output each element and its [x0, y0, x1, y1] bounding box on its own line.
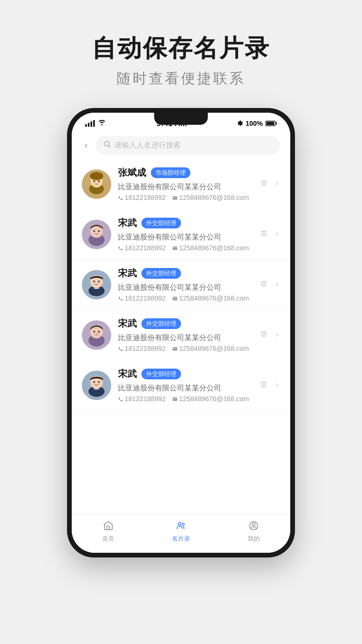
svg-point-16: [94, 280, 95, 282]
arrow-right-button[interactable]: [274, 179, 280, 189]
delete-button[interactable]: [260, 179, 267, 189]
home-tab-icon: [103, 520, 114, 533]
notch: [154, 113, 208, 125]
bluetooth-icon: ✱: [237, 119, 243, 127]
contact-email: 1258489676@168.com: [172, 194, 249, 202]
svg-point-23: [98, 331, 100, 332]
svg-rect-29: [94, 389, 99, 389]
svg-point-11: [94, 230, 95, 232]
battery-percent: 100%: [246, 120, 263, 127]
tab-bar: 首页 名片录 我的: [72, 515, 290, 553]
contact-tag: 外交部经理: [141, 318, 181, 329]
contact-actions: [260, 279, 280, 290]
arrow-right-button[interactable]: [274, 229, 280, 239]
contact-info: 宋武 外交部经理 比亚迪股份有限公司某某分公司 18122188992 1258…: [118, 267, 253, 302]
search-input-wrap[interactable]: 请输入人名进行搜索: [96, 136, 280, 154]
phone-screen: 9:41 AM ✱ 100% ‹ 请输入人名进行搜索: [72, 113, 290, 553]
contact-name-row: 宋武 外交部经理: [118, 217, 253, 229]
arrow-right-button[interactable]: [274, 380, 280, 390]
contact-tag: 市场部经理: [151, 167, 190, 178]
contact-name-row: 张斌成 市场部经理: [118, 166, 253, 179]
contact-name: 宋武: [118, 267, 137, 280]
svg-point-31: [178, 523, 181, 525]
search-icon: [104, 141, 111, 150]
phone-icon: [118, 195, 123, 201]
home-tab-label: 首页: [102, 535, 114, 543]
phone-icon: [118, 246, 123, 251]
contact-item[interactable]: 宋武 外交部经理 比亚迪股份有限公司某某分公司 18122188992 1258…: [72, 260, 290, 310]
contact-actions: [260, 380, 280, 390]
contact-item[interactable]: 宋武 外交部经理 比亚迪股份有限公司某某分公司 18122188992 1258…: [72, 310, 290, 360]
back-button[interactable]: ‹: [82, 139, 90, 152]
contact-name: 宋武: [118, 368, 137, 380]
contact-info: 宋武 外交部经理 比亚迪股份有限公司某某分公司 18122188992 1258…: [118, 368, 253, 403]
arrow-right-button[interactable]: [274, 330, 280, 340]
contact-tag: 外交部经理: [141, 268, 181, 279]
contact-info: 张斌成 市场部经理 比亚迪股份有限公司某某分公司 18122188992 125…: [118, 166, 253, 202]
battery-icon: [265, 121, 277, 126]
search-bar[interactable]: ‹ 请输入人名进行搜索: [72, 131, 290, 159]
svg-point-17: [98, 280, 100, 282]
signal-icon: [85, 120, 95, 127]
contact-details: 18122188992 1258489676@168.com: [118, 294, 253, 302]
svg-point-6: [94, 180, 95, 182]
email-icon: [172, 296, 178, 301]
contacts-tab-icon: [176, 520, 186, 533]
svg-point-28: [98, 381, 100, 383]
contact-company: 比亚迪股份有限公司某某分公司: [118, 232, 253, 242]
contact-actions: [260, 179, 280, 189]
svg-point-22: [94, 331, 95, 332]
svg-rect-18: [94, 288, 99, 289]
svg-point-5: [90, 172, 103, 180]
contact-phone: 18122188992: [118, 194, 166, 202]
delete-button[interactable]: [260, 380, 267, 390]
contact-email: 1258489676@168.com: [172, 395, 249, 403]
contact-item[interactable]: 张斌成 市场部经理 比亚迪股份有限公司某某分公司 18122188992 125…: [72, 159, 290, 209]
contact-company: 比亚迪股份有限公司某某分公司: [118, 383, 253, 393]
phone-icon: [118, 396, 123, 402]
svg-line-1: [109, 146, 111, 148]
svg-rect-30: [107, 526, 110, 530]
contact-email: 1258489676@168.com: [172, 294, 249, 302]
contact-email: 1258489676@168.com: [172, 345, 249, 353]
contact-name: 张斌成: [118, 166, 146, 179]
contact-name-row: 宋武 外交部经理: [118, 317, 253, 330]
arrow-right-button[interactable]: [274, 279, 280, 290]
tab-home[interactable]: 首页: [72, 520, 144, 543]
contact-avatar: [82, 169, 111, 199]
contact-company: 比亚迪股份有限公司某某分公司: [118, 333, 253, 343]
contact-name: 宋武: [118, 217, 137, 229]
delete-button[interactable]: [260, 229, 267, 239]
contacts-tab-label: 名片录: [172, 535, 190, 543]
contact-company: 比亚迪股份有限公司某某分公司: [118, 282, 253, 292]
contact-phone: 18122188992: [118, 345, 166, 353]
delete-button[interactable]: [260, 279, 267, 290]
contact-item[interactable]: 宋武 外交部经理 比亚迪股份有限公司某某分公司 18122188992 1258…: [72, 360, 290, 411]
email-icon: [172, 346, 178, 352]
contact-details: 18122188992 1258489676@168.com: [118, 244, 253, 252]
phone-icon: [118, 296, 123, 301]
contact-details: 18122188992 1258489676@168.com: [118, 395, 253, 403]
contact-avatar: [82, 371, 111, 400]
search-input[interactable]: 请输入人名进行搜索: [114, 140, 181, 150]
contact-email: 1258489676@168.com: [172, 244, 249, 252]
page-subtitle: 随时查看便捷联系: [92, 69, 270, 88]
tab-profile[interactable]: 我的: [218, 520, 290, 543]
contact-company: 比亚迪股份有限公司某某分公司: [118, 182, 253, 192]
contact-info: 宋武 外交部经理 比亚迪股份有限公司某某分公司 18122188992 1258…: [118, 217, 253, 252]
delete-button[interactable]: [260, 330, 267, 340]
contact-list: 张斌成 市场部经理 比亚迪股份有限公司某某分公司 18122188992 125…: [72, 159, 290, 515]
svg-point-12: [98, 230, 100, 232]
contact-details: 18122188992 1258489676@168.com: [118, 194, 253, 202]
contact-name-row: 宋武 外交部经理: [118, 368, 253, 380]
svg-point-34: [252, 523, 255, 526]
contact-name-row: 宋武 外交部经理: [118, 267, 253, 280]
svg-point-7: [98, 180, 100, 182]
contact-item[interactable]: 宋武 外交部经理 比亚迪股份有限公司某某分公司 18122188992 1258…: [72, 209, 290, 260]
tab-contacts[interactable]: 名片录: [144, 520, 217, 543]
svg-point-27: [94, 381, 95, 383]
email-icon: [172, 396, 178, 402]
contact-name: 宋武: [118, 317, 137, 330]
page-header: 自动保存名片录 随时查看便捷联系: [92, 34, 270, 88]
contact-tag: 外交部经理: [141, 218, 181, 228]
